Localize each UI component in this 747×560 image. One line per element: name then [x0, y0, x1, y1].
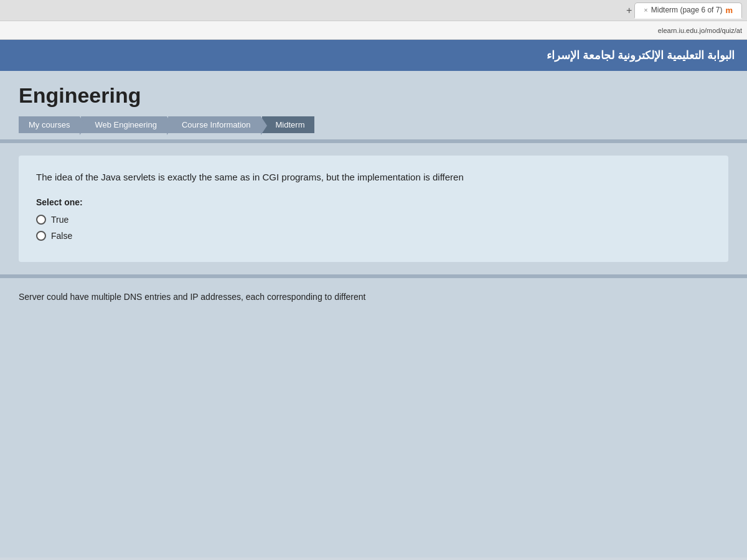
tab-close-icon[interactable]: × [644, 6, 647, 14]
tab-title-text: Midterm (page 6 of 7) [651, 6, 723, 14]
page-title: Engineering [19, 83, 728, 108]
browser-tab-bar: + × Midterm (page 6 of 7) m [0, 0, 747, 21]
select-label: Select one: [36, 197, 711, 207]
option-true-label: True [51, 215, 68, 225]
breadcrumb-web-engineering-label: Web Engineering [95, 120, 157, 129]
new-tab-button[interactable]: + [624, 5, 634, 16]
breadcrumb-web-engineering[interactable]: Web Engineering [81, 116, 167, 133]
question-text: The idea of the Java servlets is exactly… [36, 170, 711, 185]
university-header: البوابة التعليمية الإلكترونية لجامعة الإ… [0, 40, 747, 71]
breadcrumb-my-courses-label: My courses [29, 120, 70, 129]
moodle-icon: m [725, 6, 733, 15]
breadcrumb: My courses Web Engineering Course Inform… [19, 116, 728, 133]
url-text[interactable]: elearn.iu.edu.jo/mod/quiz/at [658, 27, 742, 34]
active-tab[interactable]: × Midterm (page 6 of 7) m [634, 2, 742, 19]
radio-false[interactable] [36, 231, 46, 241]
bottom-section: Server could have multiple DNS entries a… [0, 278, 747, 316]
address-bar: elearn.iu.edu.jo/mod/quiz/at [0, 21, 747, 40]
university-title: البوابة التعليمية الإلكترونية لجامعة الإ… [12, 49, 735, 62]
question-card: The idea of the Java servlets is exactly… [19, 156, 728, 262]
option-false-label: False [51, 231, 72, 241]
option-false[interactable]: False [36, 231, 711, 241]
breadcrumb-course-information-label: Course Information [182, 120, 251, 129]
breadcrumb-my-courses[interactable]: My courses [19, 116, 80, 133]
radio-true[interactable] [36, 215, 46, 225]
page-title-area: Engineering My courses Web Engineering C… [0, 71, 747, 139]
bottom-text: Server could have multiple DNS entries a… [19, 291, 728, 304]
breadcrumb-midterm[interactable]: Midterm [262, 116, 315, 133]
breadcrumb-course-information[interactable]: Course Information [168, 116, 261, 133]
divider [0, 139, 747, 143]
breadcrumb-midterm-label: Midterm [276, 120, 305, 129]
option-true[interactable]: True [36, 215, 711, 225]
page-content: البوابة التعليمية الإلكترونية لجامعة الإ… [0, 40, 747, 558]
